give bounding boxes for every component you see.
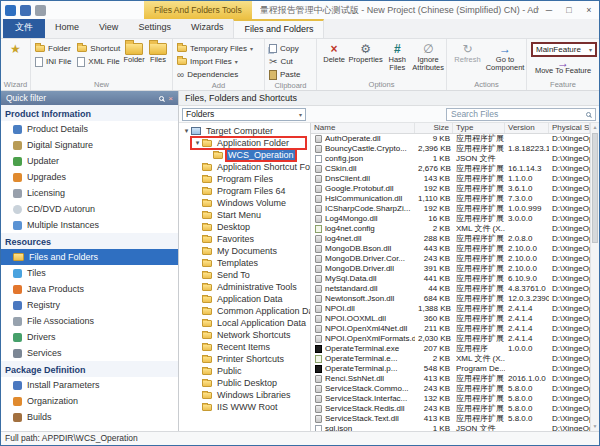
file-row[interactable]: HslCommunication.dll1,110 KB应用程序扩展7.3.0.… (311, 194, 590, 204)
scroll-up-icon[interactable]: ▲ (591, 123, 599, 132)
column-header-size[interactable]: Size (415, 123, 453, 133)
tree-item-application-folder[interactable]: ▾Application Folder (179, 137, 310, 149)
quick-filter-bar[interactable]: Quick filter × (1, 91, 178, 105)
tree-item-public-desktop[interactable]: Public Desktop (179, 377, 310, 389)
file-row[interactable]: MongoDB.Driver.dll391 KB应用程序扩展2.10.0.0D:… (311, 264, 590, 274)
column-header-type[interactable]: Type (453, 123, 505, 133)
tree-item-printer-shortcuts[interactable]: Printer Shortcuts (179, 353, 310, 365)
file-row[interactable]: MongoDB.Driver.Cor...243 KB应用程序扩展2.10.0.… (311, 254, 590, 264)
sidebar-item-files-and-folders[interactable]: Files and Folders (1, 249, 178, 265)
sidebar-item-multiple-instances[interactable]: Multiple Instances (1, 217, 178, 233)
column-header-physical[interactable]: Physical Sou... (549, 123, 590, 133)
vertical-scrollbar[interactable]: ▲ ▼ (590, 123, 599, 431)
tree-item-application-shortcut-folder[interactable]: Application Shortcut Folder (179, 161, 310, 173)
file-row[interactable]: sql.json1 KBJSON 文件D:\XingeOpe (311, 424, 590, 431)
tree-item-my-documents[interactable]: My Documents (179, 245, 310, 257)
tree-item-start-menu[interactable]: Start Menu (179, 209, 310, 221)
sidebar-item-install-parameters[interactable]: Install Parameters (1, 377, 178, 393)
tree-item-program-files-64[interactable]: Program Files 64 (179, 185, 310, 197)
file-row[interactable]: config.json1 KBJSON 文件D:\XingeOpe (311, 154, 590, 164)
quick-filter-input[interactable]: Quick filter (6, 93, 155, 103)
file-row[interactable]: NPOI.OpenXml4Net.dll211 KB应用程序扩展2.4.1.4D… (311, 324, 590, 334)
new-xml-file-button[interactable]: XML File (75, 55, 122, 68)
file-row[interactable]: OperateTerminal.exe207 KB应用程序1.0.0.0D:\X… (311, 344, 590, 354)
file-row[interactable]: ServiceStack.Interfac...132 KB应用程序扩展5.8.… (311, 394, 590, 404)
file-row[interactable]: OperateTerminal.p...548 KBProgram De...D… (311, 364, 590, 374)
refresh-button[interactable]: ↻ Refresh (449, 40, 486, 64)
file-row[interactable]: MongoDB.Bson.dll443 KB应用程序扩展2.10.0.0D:\X… (311, 244, 590, 254)
tab-wizards[interactable]: Wizards (181, 19, 234, 38)
file-row[interactable]: Newtonsoft.Json.dll684 KB应用程序扩展12.0.3.23… (311, 294, 590, 304)
file-row[interactable]: CSkin.dll2,676 KB应用程序扩展16.1.14.3D:\Xinge… (311, 164, 590, 174)
properties-button[interactable]: ⚙ Properties (349, 40, 382, 64)
new-shortcut-button[interactable]: Shortcut (75, 42, 122, 55)
scroll-down-icon[interactable]: ▼ (591, 422, 599, 431)
sidebar-item-digital-signature[interactable]: Digital Signature (1, 137, 178, 153)
expander-icon[interactable]: ▾ (193, 139, 202, 147)
clear-filter-icon[interactable]: × (168, 94, 173, 103)
tree-item-favorites[interactable]: Favorites (179, 233, 310, 245)
sidebar-item-upgrades[interactable]: Upgrades (1, 169, 178, 185)
wizard-button[interactable]: ★ (3, 40, 28, 56)
sidebar-item-services[interactable]: Services (1, 345, 178, 361)
file-row[interactable]: NPOI.OpenXmlFormats.dll2,030 KB应用程序扩展2.4… (311, 334, 590, 344)
file-row[interactable]: Renci.SshNet.dll413 KB应用程序扩展2016.1.0.0D:… (311, 374, 590, 384)
tree-item-program-files[interactable]: Program Files (179, 173, 310, 185)
sidebar-item-drivers[interactable]: Drivers (1, 329, 178, 345)
sidebar-item-product-details[interactable]: Product Details (1, 121, 178, 137)
new-ini-file-button[interactable]: INI File (33, 55, 73, 68)
paste-button[interactable]: Paste (267, 68, 302, 81)
delete-button[interactable]: × Delete (319, 40, 349, 64)
move-to-feature-button[interactable]: → Move To Feature (533, 58, 593, 75)
sidebar-item-licensing[interactable]: Licensing (1, 185, 178, 201)
tree-item-target-computer[interactable]: ▾Target Computer (179, 125, 310, 137)
cut-button[interactable]: ✂ Cut (267, 55, 302, 68)
file-row[interactable]: Google.Protobuf.dll192 KB应用程序扩展3.6.1.0D:… (311, 184, 590, 194)
close-button[interactable]: × (579, 1, 599, 19)
tree-item-templates[interactable]: Templates (179, 257, 310, 269)
file-row[interactable]: BouncyCastle.Crypto...2,396 KB应用程序扩展1.8.… (311, 144, 590, 154)
hash-files-button[interactable]: # Hash Files (382, 40, 412, 72)
maximize-button[interactable]: □ (559, 1, 579, 19)
tree-item-send-to[interactable]: Send To (179, 269, 310, 281)
add-folder-large-button[interactable]: Folder (122, 40, 146, 64)
minimize-button[interactable]: ─ (539, 1, 559, 19)
file-row[interactable]: netstandard.dll44 KB应用程序扩展4.8.3761.0D:\X… (311, 284, 590, 294)
file-row[interactable]: ServiceStack.Text.dll413 KB应用程序扩展5.8.0.0… (311, 414, 590, 424)
sidebar-item-java-products[interactable]: Java Products (1, 281, 178, 297)
file-row[interactable]: AuthOperate.dll9 KB应用程序扩展D:\XingeOpe (311, 134, 590, 144)
save-icon[interactable] (20, 5, 31, 16)
tree-item-desktop[interactable]: Desktop (179, 221, 310, 233)
column-header-name[interactable]: Name (311, 123, 415, 133)
folders-combo[interactable]: Folders ▾ (182, 108, 306, 121)
file-row[interactable]: log4net.config2 KBXML 文件 (X...D:\XingeOp… (311, 224, 590, 234)
file-row[interactable]: ServiceStack.Commo...243 KB应用程序扩展5.8.0.0… (311, 384, 590, 394)
tree-item-windows-volume[interactable]: Windows Volume (179, 197, 310, 209)
sidebar-item-file-associations[interactable]: File Associations (1, 313, 178, 329)
new-folder-button[interactable]: Folder (33, 42, 73, 55)
sidebar-item-organization[interactable]: Organization (1, 393, 178, 409)
add-files-large-button[interactable]: Files (146, 40, 170, 64)
file-row[interactable]: ICSharpCode.SharpZi...192 KB应用程序扩展1.0.0.… (311, 204, 590, 214)
sidebar-item-builds[interactable]: Builds (1, 409, 178, 425)
tree-item-administrative-tools[interactable]: Administrative Tools (179, 281, 310, 293)
tree-item-wcs-operation[interactable]: WCS_Operation (179, 149, 310, 161)
tree-item-iis-www-root[interactable]: IIS WWW Root (179, 401, 310, 413)
tab-settings[interactable]: Settings (128, 19, 181, 38)
tree-item-common-application-data[interactable]: Common Application Data (179, 305, 310, 317)
expander-icon[interactable]: ▾ (182, 127, 191, 135)
sidebar-item-cd-dvd-autorun[interactable]: CD/DVD Autorun (1, 201, 178, 217)
dependencies-button[interactable]: ∞ Dependencies (175, 68, 255, 81)
tab-home[interactable]: Home (45, 19, 89, 38)
tab-file[interactable]: 文件 (3, 19, 45, 38)
file-row[interactable]: NPOI.dll1,388 KB应用程序扩展2.4.1.4D:\XingeOpe (311, 304, 590, 314)
tree-item-local-application-data[interactable]: Local Application Data (179, 317, 310, 329)
tab-view[interactable]: View (89, 19, 128, 38)
file-row[interactable]: ServiceStack.Redis.dll243 KB应用程序扩展5.8.0.… (311, 404, 590, 414)
file-row[interactable]: OperateTerminal.e...2 KBXML 文件 (X...D:\X… (311, 354, 590, 364)
tab-files-and-folders[interactable]: Files and Folders (233, 19, 324, 38)
tree-item-application-data[interactable]: Application Data (179, 293, 310, 305)
sidebar-item-tiles[interactable]: Tiles (1, 265, 178, 281)
tree-item-public[interactable]: Public (179, 365, 310, 377)
go-to-component-button[interactable]: → Go to Component (486, 40, 524, 72)
